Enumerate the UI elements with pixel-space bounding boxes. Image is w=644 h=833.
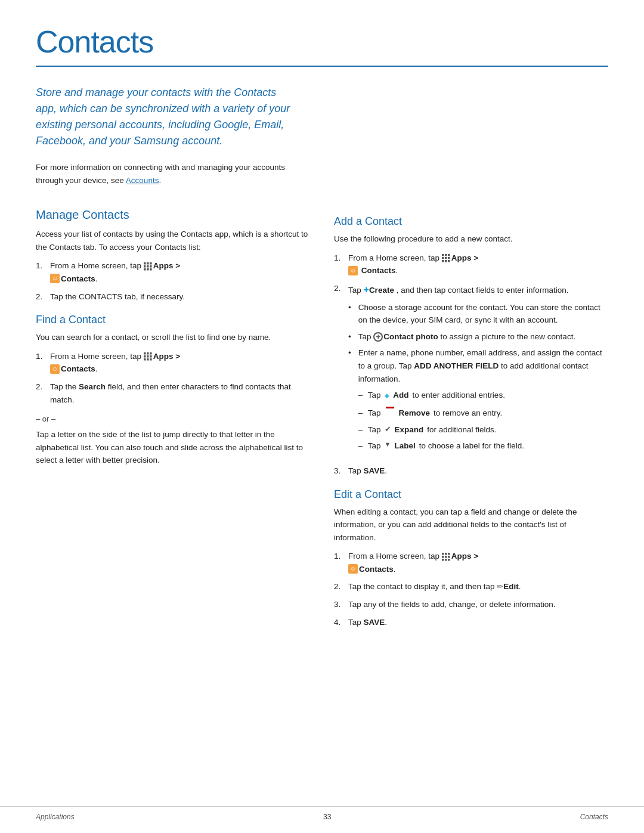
intro-body: For more information on connecting with …	[36, 161, 298, 187]
manage-contacts-body: Access your list of contacts by using th…	[36, 228, 310, 253]
svg-rect-4	[147, 265, 149, 268]
edit-pencil-icon: ✏	[497, 582, 503, 591]
svg-rect-25	[445, 260, 447, 262]
svg-rect-13	[147, 355, 149, 358]
add-step-2-bullets: Choose a storage account for the contact…	[348, 301, 608, 456]
svg-rect-34	[445, 559, 447, 561]
manage-contacts-title: Manage Contacts	[36, 208, 310, 222]
svg-rect-22	[445, 257, 447, 259]
contacts-icon: ☺	[50, 274, 60, 283]
manage-contacts-steps: 1. From a Home screen, tap	[36, 259, 310, 303]
dash-remove: Tap Remove to remove an entry.	[358, 407, 608, 420]
find-contact-or-text: Tap a letter on the side of the list to …	[36, 428, 310, 467]
remove-icon	[386, 407, 394, 408]
svg-rect-6	[144, 268, 146, 271]
edit-contact-title: Edit a Contact	[334, 488, 608, 501]
svg-rect-18	[442, 254, 444, 256]
add-plus-icon: +	[385, 389, 390, 403]
svg-rect-29	[448, 553, 450, 555]
dash-add: Tap + Add to enter additional entries.	[358, 389, 608, 403]
dash-expand: Tap ✔ Expand for additional fields.	[358, 423, 608, 436]
footer-left: Applications	[36, 813, 75, 821]
edit-contact-body: When editing a contact, you can tap a fi…	[334, 506, 608, 544]
add-contact-title: Add a Contact	[334, 215, 608, 228]
svg-rect-20	[448, 254, 450, 256]
plus-circle-icon: +	[373, 332, 383, 342]
left-column: Manage Contacts Access your list of cont…	[36, 205, 310, 637]
contacts-icon-3: ☺	[348, 266, 358, 275]
accounts-link[interactable]: Accounts	[126, 176, 159, 185]
edit-step-1: 1. From a Home screen, tap	[334, 550, 608, 575]
bullet-photo: Tap +Contact photo to assign a picture t…	[348, 330, 608, 343]
find-contact-steps: 1. From a Home screen, tap	[36, 350, 310, 406]
svg-rect-16	[147, 358, 149, 361]
apps-icon-2	[144, 352, 152, 360]
add-step-1: 1. From a Home screen, tap	[334, 252, 608, 277]
footer-right: Contacts	[580, 813, 608, 821]
dash-label: Tap ▼ Label to choose a label for the fi…	[358, 439, 608, 453]
create-plus-icon: +	[364, 284, 369, 295]
svg-rect-19	[445, 254, 447, 256]
contacts-icon-4: ☺	[348, 564, 358, 574]
svg-rect-8	[150, 268, 152, 271]
edit-step-4: 4. Tap SAVE.	[334, 616, 608, 629]
bullet-info: Enter a name, phone number, email addres…	[348, 346, 608, 456]
svg-rect-23	[448, 257, 450, 259]
svg-rect-21	[442, 257, 444, 259]
svg-rect-0	[144, 262, 146, 265]
svg-rect-31	[445, 556, 447, 558]
svg-rect-33	[442, 559, 444, 561]
right-column: Add a Contact Use the following procedur…	[334, 205, 608, 637]
svg-rect-35	[448, 559, 450, 561]
apps-icon-4	[442, 552, 450, 561]
svg-rect-2	[150, 262, 152, 265]
svg-rect-1	[147, 262, 149, 265]
title-divider	[36, 66, 608, 67]
edit-step-2: 2. Tap the contact to display it, and th…	[334, 580, 608, 593]
svg-rect-27	[442, 553, 444, 555]
manage-step-2: 2. Tap the CONTACTS tab, if necessary.	[36, 290, 310, 304]
svg-rect-28	[445, 553, 447, 555]
svg-rect-15	[144, 358, 146, 361]
svg-rect-9	[144, 352, 146, 355]
find-step-2: 2. Tap the Search field, and then enter …	[36, 380, 310, 406]
svg-rect-12	[144, 355, 146, 358]
edit-step-3: 3. Tap any of the fields to add, change,…	[334, 598, 608, 611]
svg-rect-3	[144, 265, 146, 268]
or-divider: – or –	[36, 414, 310, 423]
add-contact-body: Use the following procedure to add a new…	[334, 233, 608, 246]
bullet-storage: Choose a storage account for the contact…	[348, 301, 608, 327]
two-column-layout: Manage Contacts Access your list of cont…	[36, 205, 608, 637]
footer: Applications 33 Contacts	[0, 806, 644, 821]
find-contact-title: Find a Contact	[36, 314, 310, 326]
find-contact-body: You can search for a contact, or scroll …	[36, 331, 310, 344]
find-step-1: 1. From a Home screen, tap	[36, 350, 310, 376]
apps-icon	[144, 262, 152, 270]
manage-step-1: 1. From a Home screen, tap	[36, 259, 310, 285]
add-contact-steps: 1. From a Home screen, tap	[334, 252, 608, 478]
svg-rect-10	[147, 352, 149, 355]
add-sub-dashes: Tap + Add to enter additional entries. T…	[358, 389, 608, 453]
contacts-icon-2: ☺	[50, 364, 60, 374]
svg-rect-14	[150, 355, 152, 358]
edit-contact-steps: 1. From a Home screen, tap	[334, 550, 608, 628]
add-step-2: 2. Tap +Create , and then tap contact fi…	[334, 282, 608, 460]
svg-rect-30	[442, 556, 444, 558]
page-title: Contacts	[36, 24, 608, 60]
svg-rect-32	[448, 556, 450, 558]
svg-rect-24	[442, 260, 444, 262]
intro-italic: Store and manage your contacts with the …	[36, 85, 298, 149]
footer-center: 33	[323, 813, 331, 821]
apps-icon-3	[442, 253, 450, 262]
svg-rect-17	[150, 358, 152, 361]
svg-rect-7	[147, 268, 149, 271]
add-step-3: 3. Tap SAVE.	[334, 465, 608, 478]
expand-check-icon: ✔	[385, 423, 391, 436]
page: Contacts Store and manage your contacts …	[0, 0, 644, 673]
svg-rect-26	[448, 260, 450, 262]
svg-rect-5	[150, 265, 152, 268]
svg-rect-11	[150, 352, 152, 355]
label-down-icon: ▼	[385, 439, 391, 453]
